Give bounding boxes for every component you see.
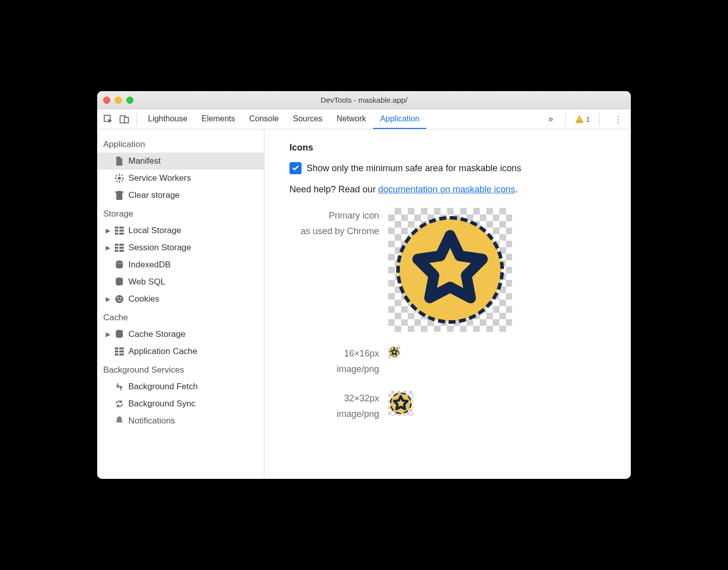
svg-point-5 xyxy=(118,177,121,180)
svg-rect-40 xyxy=(115,350,118,352)
tab-elements[interactable]: Elements xyxy=(194,109,242,129)
sidebar-item-label: Cookies xyxy=(128,294,159,304)
svg-rect-25 xyxy=(115,247,118,249)
tab-sources[interactable]: Sources xyxy=(286,109,330,129)
chevron-right-icon[interactable]: ▶ xyxy=(105,227,110,234)
file-icon xyxy=(114,156,124,166)
primary-icon-row: Primary icon as used by Chrome xyxy=(289,208,614,332)
gear-icon xyxy=(114,173,124,183)
sidebar-item-label: Clear storage xyxy=(128,190,180,200)
svg-rect-42 xyxy=(115,353,118,355)
sidebar-item-label: Application Cache xyxy=(128,346,197,357)
icon-preview-primary xyxy=(388,208,512,332)
svg-rect-20 xyxy=(119,230,124,232)
sidebar-item-label: Web SQL xyxy=(128,277,165,287)
application-sidebar[interactable]: Application Manifest Service Workers xyxy=(97,129,264,479)
svg-point-34 xyxy=(120,298,122,299)
svg-rect-18 xyxy=(119,227,124,229)
tab-lighthouse[interactable]: Lighthouse xyxy=(141,109,194,129)
svg-point-33 xyxy=(117,297,119,299)
toolbar-separator xyxy=(136,113,137,125)
svg-point-35 xyxy=(118,300,120,302)
tab-console[interactable]: Console xyxy=(242,109,286,129)
warnings-badge[interactable]: 1 xyxy=(575,115,590,124)
svg-rect-13 xyxy=(116,180,118,182)
sidebar-item-clear-storage[interactable]: Clear storage xyxy=(97,187,264,204)
sidebar-item-label: IndexedDB xyxy=(128,260,171,270)
svg-rect-19 xyxy=(115,230,118,232)
sidebar-item-label: Background Fetch xyxy=(128,382,198,392)
icons-heading: Icons xyxy=(289,142,614,153)
svg-rect-11 xyxy=(121,180,123,182)
svg-rect-27 xyxy=(115,250,118,252)
maskable-docs-link[interactable]: documentation on maskable icons xyxy=(378,184,515,194)
sidebar-item-label: Background Sync xyxy=(128,399,195,409)
svg-point-32 xyxy=(115,295,123,303)
sidebar-item-label: Manifest xyxy=(128,156,161,166)
sidebar-item-cache-storage[interactable]: ▶ Cache Storage xyxy=(97,326,264,343)
icon-mime-label: image/png xyxy=(289,406,379,422)
grid-icon xyxy=(114,226,124,236)
section-header-cache: Cache xyxy=(97,308,264,326)
titlebar: DevTools - maskable.app/ xyxy=(97,91,631,109)
sidebar-item-notifications[interactable]: Notifications xyxy=(97,412,264,430)
zoom-button[interactable] xyxy=(126,97,133,104)
tab-network[interactable]: Network xyxy=(329,109,373,129)
svg-rect-6 xyxy=(119,174,120,176)
icon-mime-label: image/png xyxy=(289,362,379,377)
chevron-right-icon[interactable]: ▶ xyxy=(105,244,110,251)
sidebar-item-label: Local Storage xyxy=(128,226,181,236)
sidebar-item-service-workers[interactable]: Service Workers xyxy=(97,170,264,187)
sync-icon xyxy=(114,399,124,409)
toolbar-separator xyxy=(565,113,566,125)
chevron-right-icon[interactable]: ▶ xyxy=(105,331,110,338)
device-toolbar-icon[interactable] xyxy=(116,111,132,127)
sidebar-item-background-fetch[interactable]: Background Fetch xyxy=(97,378,264,395)
devtools-window: DevTools - maskable.app/ Lighthouse Elem… xyxy=(97,91,631,479)
tab-application[interactable]: Application xyxy=(373,109,426,129)
svg-rect-4 xyxy=(579,121,580,122)
tabs-overflow-button[interactable]: » xyxy=(545,114,556,124)
inspect-element-icon[interactable] xyxy=(100,111,116,127)
toolbar-separator xyxy=(599,113,600,125)
section-header-storage: Storage xyxy=(97,204,264,222)
svg-rect-12 xyxy=(121,174,123,176)
svg-rect-26 xyxy=(119,247,124,249)
close-button[interactable] xyxy=(103,97,110,104)
sidebar-item-label: Session Storage xyxy=(128,243,191,253)
more-options-button[interactable]: ⋮ xyxy=(609,114,628,125)
sidebar-item-manifest[interactable]: Manifest xyxy=(97,153,264,170)
icon-row-16: 16×16px image/png xyxy=(289,346,614,377)
sidebar-item-label: Cache Storage xyxy=(128,329,185,339)
manifest-content[interactable]: Icons Show only the minimum safe area fo… xyxy=(264,129,631,479)
svg-rect-3 xyxy=(579,118,580,120)
sidebar-item-indexeddb[interactable]: IndexedDB xyxy=(97,256,264,273)
window-controls xyxy=(103,97,133,104)
svg-point-36 xyxy=(120,300,121,301)
icon-preview-32 xyxy=(388,391,413,416)
chevron-right-icon[interactable]: ▶ xyxy=(105,296,110,303)
sidebar-item-websql[interactable]: Web SQL xyxy=(97,273,264,291)
sidebar-item-label: Service Workers xyxy=(128,173,191,183)
svg-rect-7 xyxy=(119,181,120,183)
icon-size-label: 16×16px xyxy=(289,346,379,362)
icon-preview-16 xyxy=(388,346,400,358)
svg-rect-16 xyxy=(118,191,121,192)
sidebar-item-local-storage[interactable]: ▶ Local Storage xyxy=(97,222,264,239)
sidebar-item-application-cache[interactable]: Application Cache xyxy=(97,343,264,360)
svg-rect-28 xyxy=(119,250,124,252)
svg-rect-23 xyxy=(115,244,118,246)
cookie-icon xyxy=(114,294,124,304)
svg-rect-38 xyxy=(115,347,118,349)
sidebar-item-background-sync[interactable]: Background Sync xyxy=(97,395,264,412)
svg-rect-8 xyxy=(115,178,117,179)
safe-area-checkbox[interactable] xyxy=(289,162,302,174)
trash-icon xyxy=(114,190,124,200)
svg-rect-10 xyxy=(115,175,117,177)
sidebar-item-session-storage[interactable]: ▶ Session Storage xyxy=(97,239,264,256)
sidebar-item-cookies[interactable]: ▶ Cookies xyxy=(97,291,264,308)
help-text: Need help? Read our documentation on mas… xyxy=(289,184,614,195)
minimize-button[interactable] xyxy=(115,97,122,104)
warnings-count: 1 xyxy=(586,115,590,123)
svg-rect-17 xyxy=(115,227,118,229)
